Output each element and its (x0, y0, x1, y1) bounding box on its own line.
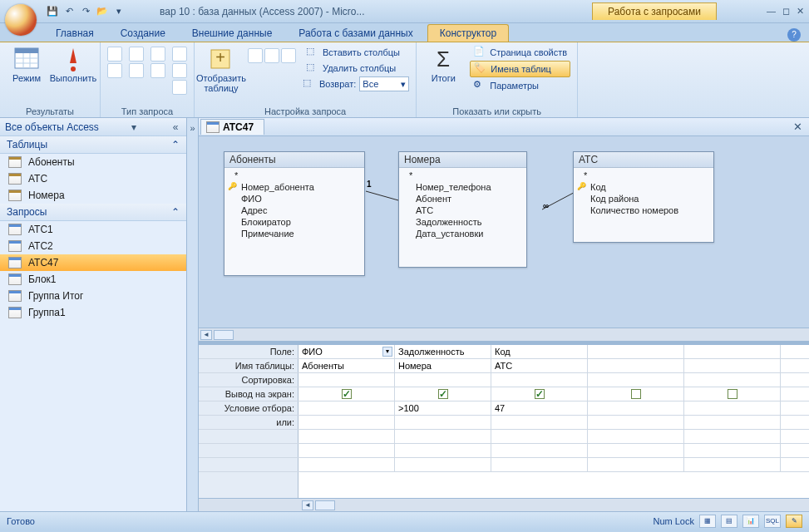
field-item[interactable]: * (575, 170, 712, 181)
qbe-cell[interactable]: ФИО▾ (298, 345, 395, 358)
qbe-cell[interactable] (395, 387, 491, 401)
nav-item[interactable]: Группа Итог (0, 288, 186, 304)
view-sql-button[interactable]: SQL (764, 515, 781, 528)
nav-splitter[interactable]: » (187, 118, 199, 511)
minimize-button[interactable]: — (767, 6, 776, 17)
totals-button[interactable]: Σ Итоги (423, 45, 463, 83)
qbe-cell[interactable] (588, 416, 684, 429)
delete-rows-icon[interactable] (264, 48, 279, 63)
checkbox-icon[interactable] (728, 389, 737, 399)
qbe-cell[interactable] (684, 359, 781, 372)
field-item[interactable]: * (401, 170, 525, 181)
qbe-cell[interactable] (395, 416, 491, 429)
nav-header[interactable]: Все объекты Access ▾ « (0, 118, 186, 136)
view-design-icon[interactable]: ✎ (786, 515, 802, 528)
qbe-cell[interactable] (491, 430, 588, 443)
qbe-cell[interactable] (684, 458, 781, 471)
doc-close-button[interactable]: ✕ (793, 121, 802, 133)
run-button[interactable]: Выполнить (53, 45, 93, 83)
field-item[interactable]: Номер_телефона (401, 181, 525, 193)
qbe-cell[interactable] (684, 373, 781, 387)
append-query-icon[interactable] (129, 47, 144, 62)
qbe-cell[interactable] (684, 444, 781, 457)
nav-item[interactable]: Блок1 (0, 271, 186, 288)
qbe-cell[interactable] (491, 416, 588, 429)
scroll-thumb[interactable] (214, 330, 234, 340)
qbe-scroll-thumb[interactable] (315, 500, 335, 510)
field-item[interactable]: Адрес (226, 204, 363, 216)
qbe-cell[interactable] (588, 401, 684, 415)
delete-query-icon[interactable] (150, 63, 165, 78)
insert-rows-icon[interactable] (248, 48, 263, 63)
qbe-cell[interactable] (588, 359, 684, 372)
field-item[interactable]: ФИО (226, 193, 363, 204)
update-query-icon[interactable] (129, 63, 144, 78)
qbe-cell[interactable] (298, 401, 395, 415)
tab-database-tools[interactable]: Работа с базами данных (286, 24, 425, 42)
qat-dropdown-icon[interactable]: ▾ (111, 4, 126, 19)
qbe-cell[interactable]: Задолженность (395, 345, 491, 358)
checkbox-icon[interactable] (438, 389, 448, 399)
open-folder-icon[interactable]: 📂 (95, 4, 110, 19)
field-item[interactable]: Дата_установки (401, 228, 525, 239)
qbe-cell[interactable] (491, 387, 588, 401)
checkbox-icon[interactable] (342, 389, 352, 399)
field-item[interactable]: Примечание (226, 228, 363, 239)
undo-icon[interactable]: ↶ (62, 4, 76, 19)
nav-item[interactable]: Номера (0, 187, 186, 204)
data-def-icon[interactable] (172, 80, 187, 95)
field-item[interactable]: Задолженность (401, 216, 525, 228)
nav-group-header[interactable]: Таблицы⌃ (0, 136, 186, 154)
union-icon[interactable] (172, 47, 187, 62)
help-button[interactable]: ? (787, 28, 801, 42)
nav-item[interactable]: Абоненты (0, 154, 186, 170)
view-datasheet-icon[interactable]: ▦ (699, 515, 716, 528)
qbe-cell[interactable] (588, 345, 684, 358)
qbe-cell[interactable] (298, 373, 395, 387)
qbe-cell[interactable] (684, 387, 781, 401)
field-item[interactable]: Номер_абонента (226, 181, 363, 193)
checkbox-icon[interactable] (535, 389, 545, 399)
field-item[interactable]: Код района (575, 193, 712, 204)
nav-group-header[interactable]: Запросы⌃ (0, 204, 186, 221)
select-query-icon[interactable] (107, 47, 122, 62)
passthrough-icon[interactable] (172, 63, 187, 78)
qbe-cell[interactable] (684, 416, 781, 429)
qbe-cell[interactable] (588, 430, 684, 443)
builder-icon[interactable] (281, 48, 296, 63)
field-item[interactable]: Код (575, 181, 712, 193)
qbe-cell[interactable]: Номера (395, 359, 491, 372)
redo-icon[interactable]: ↷ (78, 4, 93, 19)
parameters-button[interactable]: ⚙Параметры (470, 78, 570, 93)
make-table-icon[interactable] (107, 63, 122, 78)
qbe-cell[interactable] (298, 416, 395, 429)
view-mode-button[interactable]: Режим (7, 45, 47, 83)
view-pivot-icon[interactable]: ▤ (721, 515, 737, 528)
show-table-button[interactable]: + Отобразить таблицу (201, 45, 241, 93)
qbe-cell[interactable]: 47 (491, 401, 588, 415)
close-button[interactable]: ✕ (797, 6, 804, 17)
nav-item[interactable]: АТС (0, 170, 186, 187)
doc-tab-active[interactable]: ATC47 (200, 119, 264, 135)
qbe-cell[interactable]: Код (491, 345, 588, 358)
maximize-button[interactable]: ◻ (782, 6, 790, 17)
qbe-cell[interactable] (684, 345, 781, 358)
tab-design[interactable]: Конструктор (427, 24, 509, 42)
return-combo[interactable]: Все▾ (359, 76, 409, 91)
qbe-scroll-left-icon[interactable]: ◄ (302, 500, 313, 510)
qbe-cell[interactable] (298, 458, 395, 471)
scroll-left-icon[interactable]: ◄ (200, 330, 212, 340)
qbe-cell[interactable] (395, 458, 491, 471)
table-abonenty[interactable]: Абоненты *Номер_абонентаФИОАдресБлокират… (224, 151, 365, 276)
field-item[interactable]: Абонент (401, 193, 525, 204)
nav-item[interactable]: Группа1 (0, 304, 186, 321)
qbe-cell[interactable] (395, 444, 491, 457)
qbe-cell[interactable] (491, 458, 588, 471)
table-nomera[interactable]: Номера *Номер_телефонаАбонентАТСЗадолжен… (398, 151, 527, 268)
tab-create[interactable]: Создание (108, 24, 178, 42)
qbe-cell[interactable]: Абоненты (298, 359, 395, 372)
qbe-cell[interactable]: >100 (395, 401, 491, 415)
qbe-cell[interactable] (298, 430, 395, 443)
crosstab-icon[interactable] (150, 47, 165, 62)
qbe-cell[interactable] (395, 373, 491, 387)
